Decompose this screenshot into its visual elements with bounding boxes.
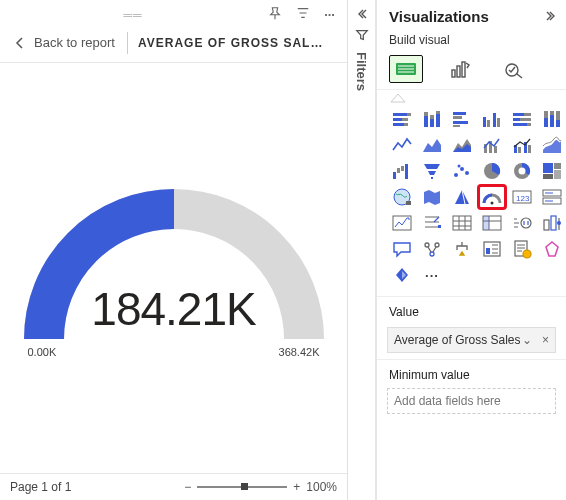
report-canvas[interactable]: 184.21K 0.00K 368.42K	[0, 63, 347, 473]
svg-rect-70	[453, 216, 471, 230]
pie-chart-icon[interactable]	[479, 160, 505, 182]
back-to-report-button[interactable]: Back to report	[12, 31, 117, 54]
scatter-chart-icon[interactable]	[449, 160, 475, 182]
svg-rect-47	[405, 164, 408, 179]
build-visual-tab[interactable]	[389, 55, 423, 83]
svg-rect-26	[513, 113, 524, 116]
visual-drag-handle[interactable]: ══	[124, 8, 143, 22]
svg-rect-12	[424, 112, 428, 116]
filters-panel-collapsed[interactable]: Filters	[348, 0, 376, 500]
svg-rect-81	[486, 248, 490, 254]
header-divider	[127, 32, 128, 54]
format-visual-tab[interactable]	[443, 55, 477, 83]
zoom-slider-thumb[interactable]	[241, 483, 248, 490]
waterfall-chart-icon[interactable]	[389, 160, 415, 182]
svg-rect-9	[393, 123, 404, 126]
pin-icon[interactable]	[268, 6, 282, 23]
filters-funnel-icon	[355, 28, 369, 42]
svg-rect-28	[513, 118, 520, 121]
arcgis-icon[interactable]	[539, 238, 565, 260]
min-field-well[interactable]: Add data fields here	[387, 388, 556, 414]
clustered-bar-chart-icon[interactable]	[449, 108, 475, 130]
hundred-stacked-column-icon[interactable]	[539, 108, 565, 130]
svg-point-77	[425, 243, 429, 247]
field-menu-chevron-icon[interactable]: ⌄	[522, 333, 536, 347]
svg-rect-17	[453, 112, 466, 115]
svg-rect-2	[457, 66, 460, 77]
table-icon[interactable]	[449, 212, 475, 234]
svg-rect-43	[528, 145, 531, 153]
visual-title: AVERAGE OF GROSS SAL…	[138, 36, 323, 50]
stacked-column-chart-icon[interactable]	[419, 108, 445, 130]
area-chart-icon[interactable]	[419, 134, 445, 156]
analytics-tab[interactable]	[497, 55, 531, 83]
gauge-visual[interactable]: 184.21K 0.00K 368.42K	[24, 179, 324, 358]
r-visual-icon[interactable]	[509, 212, 535, 234]
svg-rect-58	[543, 174, 553, 179]
more-visuals-button[interactable]: ···	[419, 264, 445, 286]
svg-point-48	[454, 173, 458, 177]
treemap-icon[interactable]	[539, 160, 565, 182]
svg-rect-30	[513, 123, 527, 126]
smart-narrative-icon[interactable]	[479, 238, 505, 260]
svg-text:123: 123	[516, 194, 530, 203]
zoom-in-icon[interactable]: +	[293, 480, 300, 494]
svg-point-49	[460, 167, 464, 171]
slicer-icon[interactable]	[419, 212, 445, 234]
svg-point-79	[430, 252, 434, 256]
matrix-icon[interactable]	[479, 212, 505, 234]
decomposition-tree-icon[interactable]	[449, 238, 475, 260]
line-clustered-column-icon[interactable]	[509, 134, 535, 156]
svg-rect-15	[436, 114, 440, 127]
svg-point-76	[557, 221, 561, 225]
visual-toolbar: ══ ···	[0, 0, 347, 27]
py-visual-icon[interactable]	[539, 212, 565, 234]
powerapps-icon[interactable]	[389, 264, 415, 286]
svg-point-83	[523, 250, 531, 258]
active-tab-arrow	[377, 90, 566, 102]
more-options-icon[interactable]: ···	[324, 7, 335, 22]
key-influencers-icon[interactable]	[419, 238, 445, 260]
azure-map-icon[interactable]	[449, 186, 475, 208]
stacked-area-chart-icon[interactable]	[449, 134, 475, 156]
svg-rect-5	[393, 113, 407, 116]
line-chart-icon[interactable]	[389, 134, 415, 156]
back-label: Back to report	[34, 35, 115, 50]
svg-rect-46	[401, 166, 404, 171]
clustered-column-chart-icon[interactable]	[479, 108, 505, 130]
svg-point-54	[519, 168, 526, 175]
panel-mode-row	[377, 53, 566, 90]
filter-icon[interactable]	[296, 6, 310, 23]
line-stacked-column-icon[interactable]	[479, 134, 505, 156]
zoom-control[interactable]: − + 100%	[184, 480, 337, 494]
field-remove-icon[interactable]: ×	[536, 333, 549, 347]
card-icon[interactable]: 123	[509, 186, 535, 208]
collapse-right-icon[interactable]	[544, 8, 556, 25]
funnel-chart-icon[interactable]	[419, 160, 445, 182]
kpi-icon[interactable]	[389, 212, 415, 234]
paginated-report-icon[interactable]	[509, 238, 535, 260]
svg-rect-11	[424, 116, 428, 127]
svg-rect-16	[436, 111, 440, 114]
min-field-placeholder: Add data fields here	[394, 394, 501, 408]
svg-point-78	[435, 243, 439, 247]
zoom-slider-track[interactable]	[197, 486, 287, 488]
donut-chart-icon[interactable]	[509, 160, 535, 182]
value-field-well[interactable]: Average of Gross Sales ⌄ ×	[387, 327, 556, 353]
hundred-stacked-bar-icon[interactable]	[509, 108, 535, 130]
filled-map-icon[interactable]	[419, 186, 445, 208]
svg-rect-57	[554, 170, 561, 179]
collapse-left-icon[interactable]	[356, 8, 368, 20]
map-icon[interactable]	[389, 186, 415, 208]
ribbon-chart-icon[interactable]	[539, 134, 565, 156]
stacked-bar-chart-icon[interactable]	[389, 108, 415, 130]
gauge-icon[interactable]	[479, 186, 505, 208]
multi-row-card-icon[interactable]	[539, 186, 565, 208]
zoom-out-icon[interactable]: −	[184, 480, 191, 494]
gauge-min-label: 0.00K	[28, 346, 57, 358]
report-main: ══ ··· Back to report AVERAGE OF GROSS S…	[0, 0, 348, 500]
visualization-gallery: 123 ···	[377, 102, 566, 292]
qna-icon[interactable]	[389, 238, 415, 260]
svg-rect-32	[544, 118, 548, 127]
status-bar: Page 1 of 1 − + 100%	[0, 473, 347, 500]
